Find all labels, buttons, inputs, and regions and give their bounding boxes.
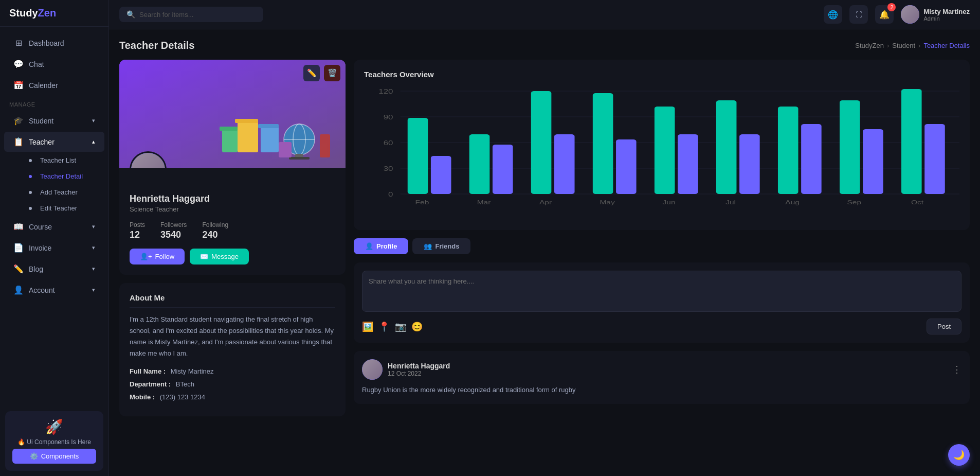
teacher-icon: 📋 (13, 137, 24, 147)
svg-rect-1 (238, 121, 258, 152)
chevron-down-icon: ▾ (92, 287, 95, 293)
search-bar[interactable]: 🔍 (119, 7, 263, 22)
sidebar-item-label: Dashboard (29, 39, 64, 47)
svg-text:Jul: Jul (725, 199, 736, 205)
header-icons: 🌐 ⛶ 🔔 2 Misty Martinez Admin (824, 5, 970, 24)
chart-title: Teachers Overview (364, 70, 959, 79)
page-title: Teacher Details (119, 40, 194, 51)
svg-text:Mar: Mar (477, 199, 491, 205)
calendar-icon: 📅 (13, 80, 24, 90)
post-textarea[interactable] (362, 271, 961, 312)
sidebar-item-label: Teacher List (40, 156, 76, 164)
chevron-down-icon: ▾ (92, 244, 95, 251)
location-icon[interactable]: 📍 (378, 321, 390, 332)
gear-icon: ⚙️ (30, 452, 38, 460)
sidebar-item-label: Edit Teacher (40, 204, 77, 212)
dot-icon (29, 207, 32, 210)
sidebar-item-teacher-detail[interactable]: Teacher Detail (24, 169, 104, 184)
sidebar-promo: 🚀 🔥 Ui Components Is Here ⚙️ Components (5, 411, 103, 471)
dot-icon (29, 159, 32, 162)
sidebar-item-chat[interactable]: 💬 Chat (4, 54, 104, 74)
delete-profile-button[interactable]: 🗑️ (324, 65, 340, 81)
svg-rect-12 (289, 157, 310, 160)
svg-text:Sep: Sep (847, 199, 861, 205)
svg-rect-29 (493, 145, 513, 194)
svg-text:30: 30 (384, 165, 393, 172)
svg-rect-14 (320, 134, 330, 157)
components-button[interactable]: ⚙️ Components (12, 449, 96, 464)
svg-rect-35 (616, 139, 637, 194)
svg-rect-25 (408, 118, 428, 194)
svg-rect-46 (840, 100, 860, 194)
student-icon: 🎓 (13, 116, 24, 126)
notification-button[interactable]: 🔔 2 (875, 5, 894, 24)
sidebar-item-dashboard[interactable]: ⊞ Dashboard (4, 33, 104, 53)
follow-button[interactable]: 👤+ Follow (130, 249, 185, 265)
post-footer: 🖼️ 📍 📷 😊 Post (362, 319, 961, 334)
profile-role: Science Teacher (130, 205, 335, 213)
search-input[interactable] (139, 11, 256, 19)
dot-icon (29, 191, 32, 194)
fullscreen-icon: ⛶ (856, 11, 862, 19)
svg-rect-32 (554, 134, 575, 194)
edit-profile-button[interactable]: ✏️ (303, 65, 320, 81)
sidebar-item-teacher[interactable]: 📋 Teacher ▴ (4, 132, 104, 152)
svg-rect-38 (678, 134, 698, 194)
manage-label: Manage (0, 96, 108, 110)
dark-mode-toggle[interactable]: 🌙 (948, 444, 970, 466)
user-role: Admin (923, 15, 970, 22)
sidebar-item-account[interactable]: 👤 Account ▾ (4, 280, 104, 300)
moon-icon: 🌙 (953, 449, 965, 461)
sidebar-item-course[interactable]: 📖 Course ▾ (4, 217, 104, 237)
profile-card: ✏️ 🗑️ Henrietta Haggard Science Teache (119, 60, 346, 275)
sidebar-item-label: Blog (29, 265, 43, 273)
image-icon[interactable]: 🖼️ (362, 321, 373, 332)
breadcrumb-home: StudyZen (855, 42, 884, 49)
promo-text: 🔥 Ui Components Is Here (12, 438, 96, 446)
chart-svg: 0 30 60 90 120 Feb Mar (364, 86, 959, 220)
camera-icon[interactable]: 📷 (395, 321, 406, 332)
feed-more-button[interactable]: ⋮ (952, 364, 961, 375)
profile-tabs: 👤 Profile 👥 Friends (354, 238, 970, 254)
svg-text:Oct: Oct (911, 199, 923, 205)
svg-rect-28 (469, 134, 490, 194)
sidebar-item-teacher-list[interactable]: Teacher List (24, 153, 104, 168)
tab-profile[interactable]: 👤 Profile (354, 238, 408, 254)
posts-stat: Posts 12 (130, 221, 145, 240)
message-button[interactable]: ✉️ Message (190, 249, 249, 265)
profile-icon: 👤 (365, 242, 373, 250)
sidebar-item-calendar[interactable]: 📅 Calender (4, 75, 104, 95)
sidebar-item-edit-teacher[interactable]: Edit Teacher (24, 201, 104, 216)
sidebar-item-label: Invoice (29, 244, 51, 252)
tab-friends[interactable]: 👥 Friends (412, 238, 470, 254)
dashboard-icon: ⊞ (13, 38, 24, 48)
svg-rect-40 (716, 100, 737, 194)
follow-icon: 👤+ (140, 253, 152, 260)
svg-rect-44 (801, 124, 822, 194)
sidebar-item-invoice[interactable]: 📄 Invoice ▾ (4, 238, 104, 258)
about-bio: I'm a 12th Standard student navigating t… (130, 314, 335, 359)
emoji-icon[interactable]: 😊 (411, 321, 423, 332)
sidebar-item-label: Course (29, 223, 52, 231)
feed-post-header: Henrietta Haggard 12 Oct 2022 ⋮ (362, 359, 961, 380)
chart-card: Teachers Overview 0 30 60 (354, 60, 970, 230)
svg-rect-47 (863, 129, 883, 194)
sidebar-item-blog[interactable]: ✏️ Blog ▾ (4, 259, 104, 279)
sidebar-item-label: Add Teacher (40, 188, 78, 196)
profile-stats: Posts 12 Followers 3540 Following 240 (130, 221, 335, 240)
header: 🔍 🌐 ⛶ 🔔 2 Misty Martinez Admin (109, 0, 980, 29)
sidebar-item-student[interactable]: 🎓 Student ▾ (4, 111, 104, 131)
post-button[interactable]: Post (927, 319, 961, 334)
sidebar-item-add-teacher[interactable]: Add Teacher (24, 185, 104, 200)
svg-rect-5 (222, 129, 238, 152)
feed-post-text: Rugby Union is the more widely recognize… (362, 385, 961, 396)
account-icon: 👤 (13, 285, 24, 295)
blog-icon: ✏️ (13, 264, 24, 274)
department-field: Department : BTech (130, 380, 335, 388)
user-info[interactable]: Misty Martinez Admin (901, 5, 970, 24)
translate-button[interactable]: 🌐 (824, 5, 842, 24)
feed-post-date: 12 Oct 2022 (388, 370, 450, 377)
svg-rect-34 (593, 93, 613, 194)
logo-zen: Zen (38, 7, 57, 19)
fullscreen-button[interactable]: ⛶ (849, 5, 868, 24)
